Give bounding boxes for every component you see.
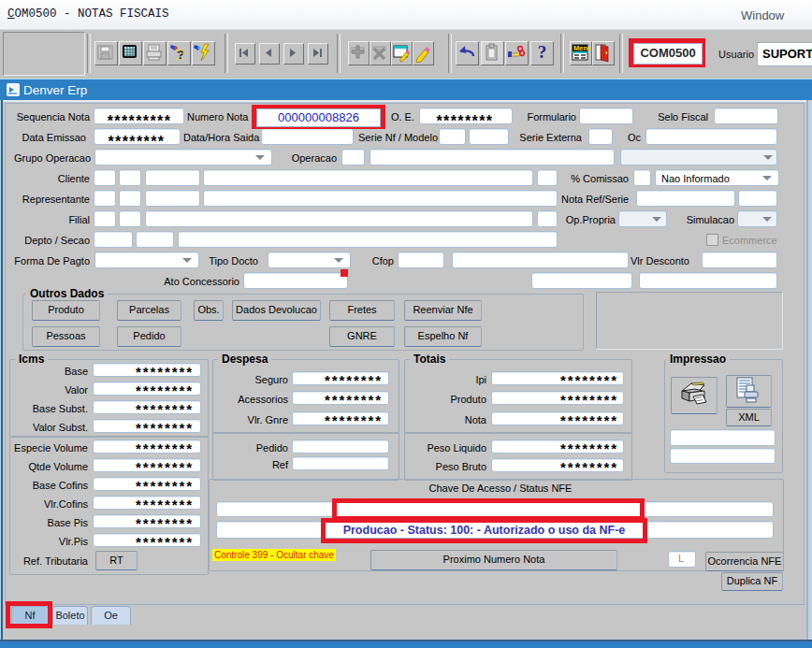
svg-text:Menu: Menu [573,44,589,52]
svg-text:?: ? [177,48,184,62]
